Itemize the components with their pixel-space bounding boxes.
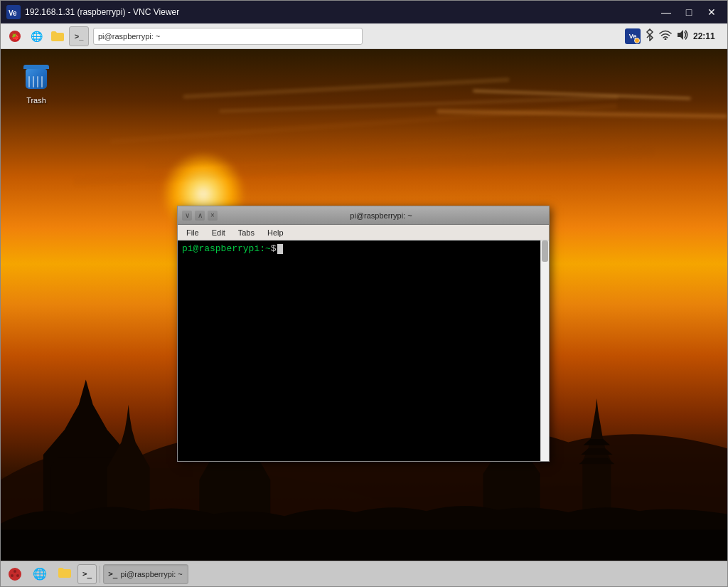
- vnc-badge-icon: Ve: [625, 28, 641, 44]
- svg-point-11: [16, 574, 19, 577]
- terminal-scroll-thumb[interactable]: [542, 240, 548, 262]
- terminal-minimize-button[interactable]: ∨: [182, 211, 192, 221]
- taskbar-terminal-window-item[interactable]: >_ pi@raspberrypi: ~: [103, 564, 188, 584]
- svg-text:Ve: Ve: [9, 9, 17, 17]
- wifi-icon: [659, 30, 672, 43]
- trash-line-2: [33, 76, 34, 88]
- prompt-user-text: pi@raspberrypi:~: [182, 243, 271, 254]
- trash-line-1: [28, 76, 30, 88]
- rpi-menu-button[interactable]: [4, 564, 26, 584]
- terminal-titlebar: ∨ ∧ × pi@raspberrypi: ~: [178, 206, 549, 225]
- vnc-window-title: 192.168.1.31 (raspberrypi) - VNC Viewer: [25, 7, 656, 17]
- terminal-cursor: [277, 244, 283, 254]
- vnc-logo-icon: Ve: [6, 5, 21, 19]
- terminal-menu-tabs[interactable]: Tabs: [232, 227, 260, 238]
- address-bar[interactable]: pi@raspberrypi: ~: [93, 28, 363, 45]
- terminal-title: pi@raspberrypi: ~: [218, 211, 545, 220]
- taskbar-separator: [100, 566, 100, 583]
- trash-lines: [28, 76, 43, 88]
- terminal-menubar: File Edit Tabs Help: [178, 225, 549, 240]
- terminal-scrollbar[interactable]: [540, 240, 549, 461]
- rpi-icon-button[interactable]: 🍓: [5, 26, 25, 46]
- clock: 22:11: [693, 31, 719, 41]
- svg-point-10: [11, 574, 14, 577]
- svg-rect-7: [1, 529, 727, 561]
- vnc-titlebar: Ve 192.168.1.31 (raspberrypi) - VNC View…: [1, 1, 727, 23]
- taskbar-terminal-launch-button[interactable]: >_: [77, 564, 97, 584]
- terminal-icon-button[interactable]: >_: [69, 26, 89, 46]
- trash-icon-image: [22, 62, 50, 93]
- vnc-toolbar: 🍓 🌐 >_ pi@raspberrypi: ~ Ve: [1, 23, 727, 49]
- svg-point-8: [9, 568, 21, 581]
- globe-button[interactable]: 🌐: [26, 26, 46, 46]
- taskbar-browser-button[interactable]: 🌐: [28, 564, 52, 584]
- taskbar-active-label: pi@raspberrypi: ~: [121, 570, 183, 578]
- prompt-dollar: $: [271, 243, 277, 254]
- folder-button[interactable]: [48, 26, 68, 46]
- close-button[interactable]: ✕: [702, 5, 722, 19]
- terminal-prompt: pi@raspberrypi:~ $: [182, 243, 545, 254]
- terminal-menu-edit[interactable]: Edit: [206, 227, 231, 238]
- terminal-window[interactable]: ∨ ∧ × pi@raspberrypi: ~ File Edit Tabs H…: [177, 206, 550, 462]
- vnc-desktop: Trash ∨ ∧ × pi@raspberrypi: ~ File Edit: [1, 49, 727, 561]
- rpi-taskbar: 🌐 >_ >_ pi@raspberrypi: ~: [1, 561, 727, 586]
- terminal-close-button[interactable]: ×: [208, 211, 218, 221]
- window-controls: — □ ✕: [656, 5, 722, 19]
- trash-bin-graphic: [25, 65, 48, 90]
- terminal-maximize-button[interactable]: ∧: [195, 211, 205, 221]
- vnc-window: Ve 192.168.1.31 (raspberrypi) - VNC View…: [0, 0, 728, 587]
- trash-icon[interactable]: Trash: [14, 62, 59, 105]
- trash-body: [26, 69, 47, 89]
- bluetooth-icon: [645, 28, 655, 44]
- terminal-menu-file[interactable]: File: [181, 227, 205, 238]
- svg-point-9: [14, 570, 16, 573]
- minimize-button[interactable]: —: [656, 5, 676, 19]
- terminal-window-buttons: ∨ ∧ ×: [182, 211, 218, 221]
- terminal-body[interactable]: pi@raspberrypi:~ $: [178, 240, 549, 461]
- terminal-menu-help[interactable]: Help: [262, 227, 289, 238]
- volume-icon: [676, 29, 689, 43]
- systray: Ve: [625, 28, 723, 44]
- taskbar-filemanager-button[interactable]: [53, 564, 76, 584]
- trash-label: Trash: [26, 96, 46, 105]
- trash-line-4: [41, 76, 43, 88]
- maximize-button[interactable]: □: [679, 5, 699, 19]
- svg-point-4: [665, 38, 667, 40]
- trash-line-3: [37, 76, 38, 88]
- vnc-badge-dot: [634, 38, 640, 43]
- svg-text:🍓: 🍓: [11, 33, 20, 41]
